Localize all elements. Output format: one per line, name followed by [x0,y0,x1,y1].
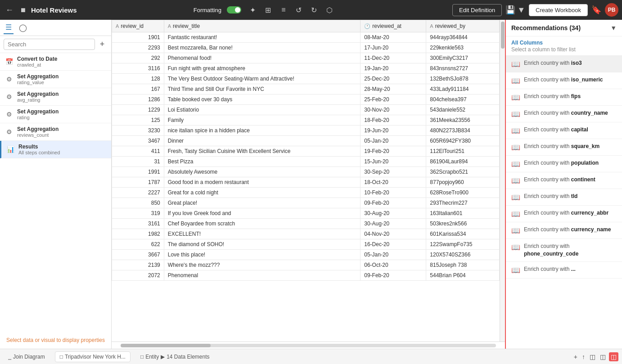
table-row[interactable]: 3161Chef Boyardee from scratch30-Aug-205… [112,219,500,229]
list-icon[interactable]: ≡ [277,4,290,16]
formatting-toggle[interactable] [227,6,241,13]
rec-count: (34) [569,24,581,31]
table-row[interactable]: 128The Very Best Outdoor Seating-Warm an… [112,74,500,84]
table-cell: 04-Nov-20 [361,229,426,239]
magic-wand-icon[interactable]: ✦ [247,4,259,16]
avatar[interactable]: PB [605,3,618,17]
rec-chevron-icon[interactable]: ▼ [610,24,617,31]
rec-item-9[interactable]: 📖 Enrich country with currency_abbr [506,206,622,222]
save-button[interactable]: 💾 ▼ [505,5,525,15]
create-workbook-button[interactable]: Create Workbook [529,4,588,16]
rec-item-11[interactable]: 📖 Enrich country with phone_country_code [506,239,622,262]
table-cell: 05-Jan-20 [361,136,426,146]
table-row[interactable]: 1991Absolutely Awesome30-Sep-20362Scrapb… [112,167,500,177]
split-view-icon[interactable]: ◫ [599,352,607,362]
sidebar-item-set-agg-avg-rating[interactable]: ⚙ Set Aggregation avg_rating [0,88,111,106]
edit-definition-button[interactable]: Edit Definition [452,4,502,16]
table-row[interactable]: 3230nice italian spice in a hidden place… [112,126,500,136]
table-row[interactable]: 850Great place!09-Feb-20293Thecrim227 [112,198,500,208]
add-step-button[interactable]: + [97,39,108,50]
rec-item-icon-2: 📖 [511,93,520,102]
rec-item-4[interactable]: 📖 Enrich country with capital [506,122,622,139]
grid-table-wrap[interactable]: Areview_idAreview_title🕐reviewed_atArevi… [112,20,505,342]
rec-header: Recommendations (34) ▼ [506,20,622,36]
table-row[interactable]: 2227Great for a cold night10-Feb-20628Ro… [112,188,500,198]
table-row[interactable]: 31Best Pizza15-Jun-20861904Laur894 [112,157,500,167]
col-name-review_id: review_id [121,23,144,29]
active-view-icon[interactable]: ◫ [609,352,618,361]
vertical-scrollbar[interactable] [500,20,505,342]
rec-item-12[interactable]: 📖 Enrich country with ... [506,262,622,279]
vscroll-thumb[interactable] [501,22,505,49]
tripadvisor-tab[interactable]: □ Tripadvisor New York H... [55,351,131,362]
sidebar-item-convert-date[interactable]: 📅 Convert to Date crawled_at [0,53,111,71]
hscroll-thumb[interactable] [121,344,211,347]
table-row[interactable]: 1982EXCELLENT!04-Nov-20601Karissa534 [112,229,500,239]
redo-icon[interactable]: ↻ [308,4,320,16]
table-row[interactable]: 167Third Time and Still Our Favorite in … [112,84,500,94]
table-row[interactable]: 1286Table booked over 30 days25-Feb-2080… [112,94,500,105]
col-header-reviewed_by[interactable]: Areviewed_by [426,20,500,32]
col-header-reviewed_at[interactable]: 🕐reviewed_at [361,20,426,32]
up-icon[interactable]: ↑ [581,352,586,362]
table-row[interactable]: 292Phenomenal food!11-Dec-20300EmilyC321… [112,53,500,63]
sidebar-search-row: + [0,36,111,53]
table-cell: 229kenkle563 [426,43,500,53]
rec-item-3[interactable]: 📖 Enrich country with country_name [506,106,622,122]
add-tab-icon[interactable]: + [572,352,579,362]
col-header-review_id[interactable]: Areview_id [112,20,164,32]
table-icon[interactable]: ⊞ [262,4,275,16]
search-input[interactable] [4,39,95,50]
table-cell: 30-Aug-20 [361,219,426,229]
col-header-review_title[interactable]: Areview_title [164,20,360,32]
table-row[interactable]: 2072Phenomenal09-Feb-20544Brian P604 [112,270,500,281]
table-view-icon[interactable]: ◫ [588,352,597,362]
rec-item-10[interactable]: 📖 Enrich country with currency_name [506,222,622,239]
sidebar-item-set-agg-rating[interactable]: ⚙ Set Aggregation rating [0,106,111,123]
table-cell: 28-May-20 [361,84,426,94]
sidebar-tab-info[interactable]: ◯ [17,22,29,34]
sidebar-tab-steps[interactable]: ☰ [4,21,14,34]
rec-item-text-7: Enrich country with continent [524,176,595,184]
horizontal-scrollbar[interactable] [112,342,505,349]
sidebar-item-set-agg-rating-value[interactable]: ⚙ Set Aggregation rating_value [0,71,111,88]
table-row[interactable]: 2139Where's the mozz???06-Oct-20815Josep… [112,260,500,270]
table-row[interactable]: 3667Love this place!05-Jan-20120X5740SZ3… [112,250,500,260]
rec-item-6[interactable]: 📖 Enrich country with population [506,156,622,172]
table-row[interactable]: 1229Loi Estiatorio30-Nov-20543daniele552 [112,105,500,115]
table-cell: 10-Feb-20 [361,188,426,198]
rec-item-2[interactable]: 📖 Enrich country with fips [506,89,622,106]
join-diagram-tab[interactable]: ⎯ Join Diagram [4,352,50,362]
bookmark-icon[interactable]: 🔖 [591,5,601,15]
rec-item-icon-6: 📖 [511,160,520,168]
table-cell: Good food in a modern restaurant [164,177,360,188]
sidebar-item-set-agg-reviews-count[interactable]: ⚙ Set Aggregation reviews_count [0,123,111,141]
toolbar: ← ■ Hotel Reviews Formatting ✦ ⊞ ≡ ↺ ↻ ⬡… [0,0,622,20]
rec-item-5[interactable]: 📖 Enrich country with square_km [506,139,622,156]
col-name-reviewed_by: reviewed_by [435,23,465,29]
entity-tab[interactable]: □ Entity ▶ 14 Data Elements [136,352,214,362]
table-row[interactable]: 319If you love Greek food and30-Aug-2016… [112,208,500,219]
rec-item-0[interactable]: 📖 Enrich country with iso3 [506,56,622,72]
table-row[interactable]: 411Fresh, Tasty Sicilian Cuisine With Ex… [112,146,500,157]
rec-item-1[interactable]: 📖 Enrich country with iso_numeric [506,72,622,89]
sidebar-item-results[interactable]: 📊 Results All steps combined [0,141,111,158]
table-row[interactable]: 125Family18-Feb-20361Meeka23556 [112,115,500,126]
table-row[interactable]: 622The diamond of SOHO!16-Dec-20122Swamp… [112,239,500,250]
all-columns-link[interactable]: All Columns [511,40,543,46]
table-cell: nice italian spice in a hidden place [164,126,360,136]
rec-item-8[interactable]: 📖 Enrich country with tld [506,189,622,206]
table-row[interactable]: 3467Dinner05-Jan-20605R6942FY380 [112,136,500,146]
share-icon[interactable]: ⬡ [323,4,336,16]
table-row[interactable]: 1901Fantastic restaurant!08-Mar-20944ray… [112,32,500,43]
table-row[interactable]: 2293Best mozzarella, Bar none!17-Jun-202… [112,43,500,53]
rec-item-icon-7: 📖 [511,176,520,185]
select-data-message: Select data or visual to display propert… [0,332,111,349]
table-row[interactable]: 1787Good food in a modern restaurant18-O… [112,177,500,188]
table-cell: 480N2273JB834 [426,126,500,136]
table-row[interactable]: 3116Fun night with great atmosphere19-Ja… [112,63,500,74]
back-button[interactable]: ← [4,4,15,17]
table-cell: 300EmilyC3217 [426,53,500,63]
undo-icon[interactable]: ↺ [293,4,305,16]
rec-item-7[interactable]: 📖 Enrich country with continent [506,172,622,189]
